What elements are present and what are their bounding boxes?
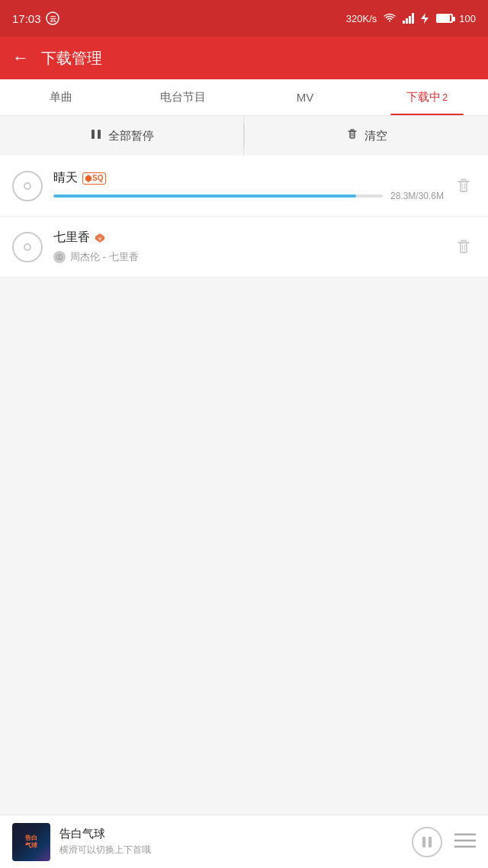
clear-all-label: 清空 [364, 129, 387, 143]
playlist-button[interactable] [454, 831, 476, 853]
svg-rect-2 [403, 21, 405, 24]
pause-all-label: 全部暂停 [108, 129, 154, 143]
song-info-2: 七里香 V 周杰伦 - 七里香 [53, 230, 444, 264]
svg-rect-15 [461, 182, 467, 191]
progress-text-1: 28.3M/30.6M [390, 191, 444, 201]
delete-button-2[interactable] [451, 235, 476, 259]
artist-name-2: 周杰伦 - 七里香 [70, 250, 139, 264]
battery-level: 100 [459, 13, 476, 24]
trash-action-icon [346, 128, 358, 143]
svg-rect-9 [350, 131, 355, 138]
svg-rect-5 [412, 13, 414, 24]
progress-bar-fill-1 [53, 194, 356, 198]
svg-point-23 [59, 255, 61, 257]
svg-text:云: 云 [49, 15, 56, 23]
now-playing-title: 告白气球 [59, 827, 403, 841]
song-name-2: 七里香 [53, 230, 90, 246]
status-right: 320K/s 100 [346, 13, 476, 24]
status-bar: 17:03 云 320K/s 100 [0, 0, 488, 37]
tab-radio[interactable]: 电台节目 [122, 79, 244, 115]
vip-diamond-2: V [95, 233, 105, 243]
tab-bar: 单曲 电台节目 MV 下载中2 [0, 79, 488, 116]
battery-icon [436, 14, 453, 23]
delete-button-1[interactable] [451, 174, 476, 198]
disc-icon-2 [12, 232, 43, 262]
progress-bar-bg-1 [53, 194, 383, 198]
status-time: 17:03 [12, 12, 41, 25]
pause-all-button[interactable]: 全部暂停 [0, 116, 244, 156]
trash-icon-1 [456, 178, 471, 194]
album-thumbnail[interactable]: 告白气球 [12, 823, 50, 861]
now-playing-controls [412, 827, 476, 857]
wifi-icon [383, 13, 396, 24]
svg-rect-8 [98, 130, 101, 139]
svg-rect-3 [406, 18, 408, 24]
action-bar: 全部暂停 清空 [0, 116, 488, 156]
pause-icon [90, 128, 102, 143]
trash-icon-2 [456, 239, 471, 256]
svg-rect-24 [461, 243, 467, 252]
svg-text:V: V [98, 236, 101, 241]
song-list: 晴天 SQ 28.3M/30.6M [0, 156, 488, 278]
header: ← 下载管理 [0, 37, 488, 79]
song-artist-row-2: 周杰伦 - 七里香 [53, 250, 444, 264]
sq-badge-1: SQ [82, 172, 106, 185]
progress-container-1: 28.3M/30.6M [53, 191, 444, 201]
song-name-1: 晴天 [53, 170, 78, 186]
tab-singles[interactable]: 单曲 [0, 79, 122, 115]
clear-all-button[interactable]: 清空 [245, 116, 488, 156]
svg-marker-14 [85, 175, 92, 182]
song-title-row-1: 晴天 SQ [53, 170, 444, 186]
pause-control-icon [422, 836, 432, 848]
network-speed: 320K/s [346, 13, 377, 24]
artist-icon-2 [53, 251, 66, 263]
now-playing-bar: 告白气球 告白气球 横滑可以切换上下首哦 [0, 815, 488, 868]
now-playing-info: 告白气球 横滑可以切换上下首哦 [59, 827, 403, 857]
song-title-row-2: 七里香 V [53, 230, 444, 246]
song-info-1: 晴天 SQ 28.3M/30.6M [53, 170, 444, 201]
status-left: 17:03 云 [12, 11, 59, 25]
now-playing-subtitle: 横滑可以切换上下首哦 [59, 844, 403, 857]
song-item-2: 七里香 V 周杰伦 - 七里香 [0, 217, 488, 278]
play-pause-button[interactable] [412, 827, 442, 857]
svg-rect-7 [92, 130, 95, 139]
netease-icon: 云 [46, 11, 59, 25]
svg-rect-29 [422, 837, 425, 847]
disc-icon-1 [12, 171, 43, 201]
page-title: 下载管理 [41, 48, 102, 69]
charging-icon [421, 13, 429, 24]
song-item-1: 晴天 SQ 28.3M/30.6M [0, 156, 488, 217]
downloading-badge: 2 [442, 92, 448, 103]
tab-downloading[interactable]: 下载中2 [366, 79, 488, 115]
svg-marker-6 [421, 13, 429, 24]
svg-rect-4 [409, 16, 411, 24]
playlist-icon [454, 831, 476, 850]
tab-mv[interactable]: MV [244, 79, 366, 115]
signal-icon [403, 13, 415, 24]
svg-rect-30 [429, 837, 432, 847]
back-button[interactable]: ← [12, 48, 29, 68]
